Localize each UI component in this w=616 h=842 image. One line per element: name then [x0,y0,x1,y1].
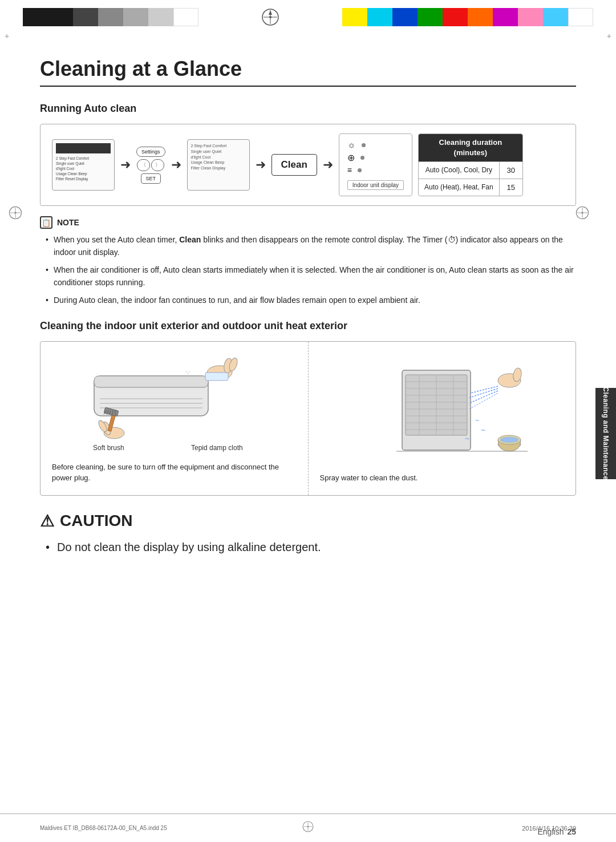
color-blocks-right [342,8,593,26]
right-compass-1 [575,205,590,224]
indoor-unit-svg: Soft brush ·.· Tepid damp cloth [83,353,265,456]
color-block-orange [468,8,493,26]
svg-text:~: ~ [465,434,469,443]
remote-diagram-2: 2·Step Fast Comfort Single user Quiet d'… [187,139,250,191]
color-block-pink [518,8,543,26]
duration-mins-2: 15 [500,179,522,196]
english-label: English [538,827,564,836]
footer-compass [302,820,314,836]
duration-table: Cleaning duration(minutes) Auto (Cool), … [418,133,523,196]
caution-label: CAUTION [60,512,133,530]
settings-button-label: Settings [136,147,165,157]
svg-point-48 [500,437,518,443]
color-block-red [443,8,468,26]
remote-lines-1 [56,143,111,153]
remote-diagram-1: 2 Step Fast Comfort Single user Quiet d'… [52,139,115,191]
title-divider [40,86,576,87]
dot-1 [362,143,366,147]
display-icons: ☼ ⊕ ≡ [347,140,366,175]
svg-text:Tepid damp cloth: Tepid damp cloth [191,444,243,452]
caution-triangle-icon: ⚠ [40,512,54,531]
illus-caption-right: Spray water to clean the dust. [320,472,565,484]
duration-mode-1: Auto (Cool), Cool, Dry [419,162,500,179]
arrow-1: ➜ [120,157,131,172]
dot-2 [360,156,364,160]
section1-heading: Running Auto clean [40,103,576,115]
color-block-black1 [23,8,48,26]
auto-clean-diagram: 2 Step Fast Comfort Single user Quiet d'… [40,124,576,206]
buttons-row: Settings 〈 〉 SET [136,147,165,184]
caution-header: ⚠ CAUTION [40,512,576,531]
svg-line-44 [469,391,498,403]
section2-heading: Cleaning the indoor unit exterior and ou… [40,320,576,332]
illustration-box: Soft brush ·.· Tepid damp cloth Before c… [40,341,576,496]
footer-right: 2016/4/16 10:36:39 [314,825,576,832]
note-icon: 📋 [40,216,52,229]
duration-row-2: Auto (Heat), Heat, Fan 15 [419,179,522,196]
svg-text:~: ~ [475,416,479,424]
svg-text:~: ~ [481,426,485,435]
svg-rect-6 [94,376,208,387]
duration-header: Cleaning duration(minutes) [419,134,522,161]
remote-text-2: 2·Step Fast Comfort Single user Quiet d'… [191,143,246,171]
color-block-green [418,8,443,26]
display-icon-sun: ☼ [347,140,366,150]
note-label: NOTE [57,218,79,227]
illus-drawing-outdoor: ~ ~ ~ [320,353,565,467]
reg-mark-topleft: + [5,31,9,41]
reg-mark-topright: + [607,31,611,41]
svg-text:·.·: ·.· [185,369,190,375]
clean-bold-1: Clean [179,235,201,244]
illus-left: Soft brush ·.· Tepid damp cloth Before c… [40,342,309,495]
caution-item-1: Do not clean the display by using alkali… [46,539,576,556]
page-number: 25 [567,827,576,836]
dot-3 [358,168,362,172]
sidebar-tab-text: Cleaning and Maintenance [602,387,610,480]
note-section: 📋 NOTE When you set the Auto clean timer… [40,216,576,306]
color-block-magenta [493,8,518,26]
page-title: Cleaning at a Glance [40,57,576,81]
duration-header-text: Cleaning duration(minutes) [439,138,502,157]
svg-rect-24 [205,373,228,380]
color-block-white2 [568,8,593,26]
top-bar [0,0,616,34]
bottom-bar: Maldives ET IB_DB68-06172A-00_EN_A5.indd… [0,813,616,842]
clean-label-box: Clean [271,154,317,176]
outdoor-unit-svg: ~ ~ ~ [351,359,533,462]
left-compass-1 [8,205,23,224]
display-icon-timer: ⊕ [347,152,366,163]
duration-mode-2: Auto (Heat), Heat, Fan [419,179,500,196]
duration-row-1: Auto (Cool), Cool, Dry 30 [419,161,522,179]
set-button: SET [141,173,161,184]
display-icon-fan: ≡ [347,165,366,175]
color-block-gray1 [98,8,123,26]
svg-marker-4 [269,10,272,15]
page-content: Cleaning at a Glance Running Auto clean … [0,34,616,590]
color-block-lightblue [543,8,568,26]
note-header: 📋 NOTE [40,216,576,229]
arrow-3: ➜ [256,157,266,172]
note-list: When you set the Auto clean timer, Clean… [40,233,576,306]
arrow-4: ➜ [323,157,333,172]
caution-section: ⚠ CAUTION Do not clean the display by us… [40,512,576,556]
indoor-label: Indoor unit display [347,180,404,190]
illus-caption-left: Before cleaning, be sure to turn off the… [52,462,297,484]
note-item-1: When you set the Auto clean timer, Clean… [46,233,576,259]
color-block-black3 [73,8,98,26]
duration-mins-1: 30 [500,162,522,179]
caution-list: Do not clean the display by using alkali… [40,539,576,556]
color-block-lightgray [148,8,173,26]
arrow-2: ➜ [171,157,181,172]
clean-highlight: Clean [201,166,211,170]
color-block-gray2 [123,8,148,26]
note-item-2: When the air conditioner is off, Auto cl… [46,264,576,289]
note-item-3: During Auto clean, the indoor fan contin… [46,294,576,306]
nav-buttons: 〈 〉 [137,159,164,171]
color-blocks-left [23,8,198,26]
compass-icon [198,8,342,26]
indoor-display-box: ☼ ⊕ ≡ Indoor unit display [339,133,412,196]
illus-drawing-indoor: Soft brush ·.· Tepid damp cloth [52,353,297,456]
color-block-cyan [367,8,392,26]
sidebar-tab-wrapper: Cleaning and Maintenance [595,388,616,479]
color-block-yellow [342,8,367,26]
